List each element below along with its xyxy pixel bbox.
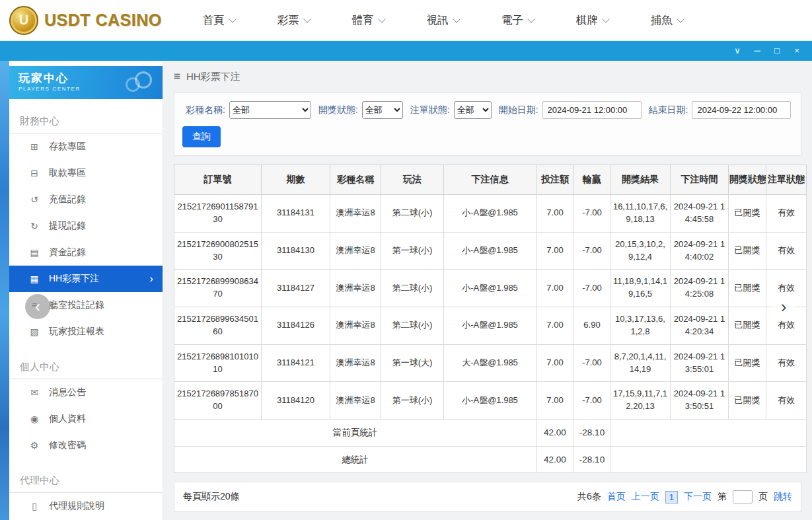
withdraw-icon: ⊟ — [29, 168, 40, 178]
jump-button[interactable]: 跳转 — [774, 491, 792, 503]
next-page-link[interactable]: 下一页 — [684, 491, 712, 503]
cell-info: 小-A盤@1.985 — [444, 382, 536, 420]
sidebar-item-withdraw[interactable]: ⊟取款專區 — [9, 160, 163, 186]
table-row: 215217268996345016031184126澳洲幸运8第二球(小)小-… — [174, 307, 807, 345]
main-content: ≡ HH彩票下注 彩種名稱: 全部 開獎狀態: 全部 注單狀態: 全部 — [163, 61, 812, 520]
sidebar-item-label: 玩家投注報表 — [49, 326, 104, 338]
table-row: 215217268981010101031184121澳洲幸运8第一球(大)大-… — [174, 344, 807, 382]
nav-item[interactable]: 棋牌 — [576, 13, 609, 28]
cell-draw_status: 已開獎 — [729, 344, 766, 382]
cell-order: 2152172689990863470 — [174, 270, 262, 307]
cell-order: 2152172689810101010 — [174, 344, 262, 382]
draw-status-select[interactable]: 全部 — [362, 101, 403, 119]
cell-play: 第一球(小) — [381, 382, 444, 420]
first-page-link[interactable]: 首页 — [607, 491, 626, 503]
sidebar-item-label: HH彩票下注 — [49, 273, 99, 285]
sidebar-item-change-password[interactable]: ⚙修改密碼 — [9, 432, 163, 459]
casino-player-center-window: U USDT CASINO 首頁彩票體育視訊電子棋牌捕魚 ∨ ─ □ × 玩家中… — [0, 0, 812, 520]
summary-spacer — [610, 420, 807, 447]
column-header: 投注額 — [536, 165, 574, 195]
cell-order: 2152172689963450160 — [174, 307, 262, 345]
cell-draw_status: 已開獎 — [729, 232, 766, 270]
nav-item[interactable]: 體育 — [352, 13, 385, 28]
window-titlebar: ∨ ─ □ × — [0, 41, 812, 61]
brand-logo-icon: U — [9, 6, 38, 35]
sidebar-item-label: 個人資料 — [49, 413, 86, 425]
sidebar-item-hh-lottery-bet[interactable]: ▦HH彩票下注› — [9, 266, 163, 292]
window-close-icon[interactable]: × — [787, 41, 807, 61]
cell-result: 11,18,9,1,14,19,16,5 — [610, 270, 671, 307]
sidebar: 玩家中心 PLAYERS CENTER 財務中心⊞存款專區⊟取款專區↺充值記錄↻… — [9, 61, 163, 520]
summary-winloss-total: -28.10 — [574, 420, 610, 447]
cell-time: 2024-09-21 13:55:01 — [671, 344, 729, 382]
column-header: 輸贏 — [574, 165, 610, 195]
window-maximize-icon[interactable]: □ — [767, 41, 787, 61]
nav-item[interactable]: 首頁 — [203, 13, 235, 28]
end-date-input[interactable] — [692, 101, 791, 119]
chevron-down-icon — [378, 15, 385, 22]
password-gear-icon: ⚙ — [29, 440, 40, 451]
scroll-next-button[interactable]: › — [770, 293, 797, 320]
order-status-select[interactable]: 全部 — [454, 101, 492, 119]
cell-period: 31184120 — [262, 382, 330, 420]
cell-winloss: -7.00 — [574, 344, 610, 382]
window-collapse-icon[interactable]: ∨ — [727, 41, 747, 61]
column-header: 玩法 — [381, 165, 444, 195]
current-page-indicator[interactable]: 1 — [665, 491, 678, 503]
nav-item-label: 首頁 — [203, 13, 225, 28]
sidebar-section-label: 代理中心 — [9, 469, 163, 493]
summary-label: 當前頁統計 — [174, 420, 536, 447]
chevron-down-icon — [453, 15, 460, 22]
sidebar-item-label: 廳室投註記錄 — [49, 299, 104, 311]
nav-item-label: 視訊 — [427, 13, 449, 28]
sidebar-item-label: 代理規則說明 — [49, 500, 104, 512]
sidebar-item-recharge-record[interactable]: ↺充值記錄 — [9, 186, 163, 213]
nav-item-label: 捕魚 — [651, 13, 673, 28]
sidebar-item-deposit[interactable]: ⊞存款專區 — [9, 133, 163, 160]
cell-play: 第二球(小) — [381, 307, 444, 345]
cell-draw_status: 已開獎 — [729, 195, 766, 233]
table-row: 215217268999086347031184127澳洲幸运8第二球(小)小-… — [174, 270, 807, 307]
summary-bet-total: 42.00 — [536, 420, 574, 447]
hamburger-icon[interactable]: ≡ — [174, 70, 180, 83]
nav-item-label: 體育 — [352, 13, 374, 28]
cell-info: 小-A盤@1.985 — [444, 270, 536, 307]
page-title: HH彩票下注 — [186, 71, 240, 83]
start-date-input[interactable] — [542, 101, 642, 119]
nav-item[interactable]: 電子 — [501, 13, 534, 28]
cell-draw_status: 已開獎 — [729, 382, 766, 420]
per-page-label: 每頁顯示20條 — [183, 491, 240, 503]
sidebar-item-messages[interactable]: ✉消息公告 — [9, 379, 163, 406]
brand-logo[interactable]: U USDT CASINO — [9, 6, 162, 35]
cell-winloss: -7.00 — [574, 382, 610, 420]
scroll-back-button[interactable]: ‹ — [25, 294, 50, 319]
cell-result: 16,11,10,17,6,9,18,13 — [610, 195, 671, 233]
sidebar-item-player-bet-report[interactable]: ▧玩家投注報表 — [9, 318, 163, 345]
jump-prefix-label: 第 — [718, 491, 727, 503]
sidebar-item-agent-rules[interactable]: ▯代理規則說明 — [9, 493, 163, 519]
sidebar-item-funds-record[interactable]: ▤資金記錄 — [9, 239, 163, 266]
cell-time: 2024-09-21 14:25:08 — [671, 270, 729, 307]
summary-label: 總統計 — [174, 446, 536, 473]
window-minimize-icon[interactable]: ─ — [747, 41, 767, 61]
sidebar-item-profile[interactable]: ◉個人資料 — [9, 406, 163, 432]
page-jump-input[interactable] — [733, 490, 753, 503]
lottery-name-label: 彩種名稱: — [186, 104, 225, 116]
nav-item[interactable]: 視訊 — [427, 13, 459, 28]
chevron-down-icon — [602, 15, 609, 22]
search-button[interactable]: 查詢 — [182, 126, 221, 147]
prev-page-link[interactable]: 上一页 — [632, 491, 659, 503]
cell-play: 第一球(小) — [381, 232, 444, 270]
cell-lottery: 澳洲幸运8 — [330, 307, 381, 345]
table-row: 215217268978518700031184120澳洲幸运8第一球(小)小-… — [174, 382, 807, 420]
nav-item[interactable]: 彩票 — [277, 13, 310, 28]
order-status-label: 注單狀態: — [410, 104, 450, 116]
cell-order_status: 有效 — [766, 195, 807, 233]
cell-order: 2152172690080251530 — [174, 232, 262, 270]
nav-item[interactable]: 捕魚 — [651, 13, 683, 28]
cell-winloss: -7.00 — [574, 270, 610, 307]
cell-lottery: 澳洲幸运8 — [330, 232, 381, 270]
lottery-name-select[interactable]: 全部 — [229, 101, 311, 119]
sidebar-item-withdraw-record[interactable]: ↻提現記錄 — [9, 213, 163, 239]
agent-rules-icon: ▯ — [29, 501, 40, 511]
